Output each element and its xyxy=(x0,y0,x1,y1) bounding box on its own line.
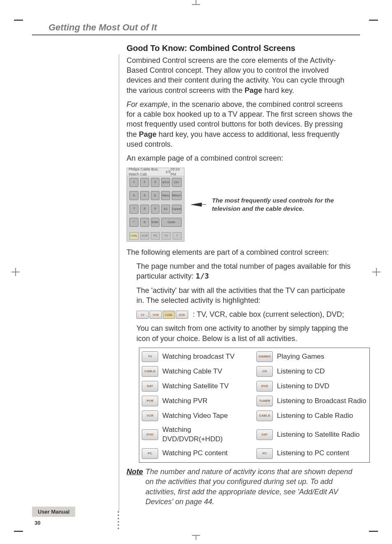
page-indicator-example: 1/3 xyxy=(196,272,209,280)
activity-row: CABLEListening to Cable Radio xyxy=(256,410,367,421)
e2-button: E2 xyxy=(161,205,170,214)
screenshot-activity-tabs: CABL VCR PC TV ? xyxy=(127,232,184,241)
screenshot-button-grid: 1 2 3 A/CH Ch+ 4 5 6 Menu Menu+ 7 8 9 E2… xyxy=(127,175,184,232)
text: hard key, you have access to additional,… xyxy=(127,130,339,148)
numpad-star: * xyxy=(129,218,138,227)
paragraph-example: For example, in the scenario above, the … xyxy=(127,99,353,149)
activity-row: PVRWatching PVR xyxy=(142,396,252,406)
dvd2-icon: DVD xyxy=(142,429,158,440)
numpad-1: 1 xyxy=(129,178,138,187)
crop-line xyxy=(369,20,378,21)
gutter-rule xyxy=(119,55,119,511)
crop-mark-bottom xyxy=(192,532,200,540)
for-example: For example xyxy=(127,100,168,108)
activity-row: PCWatching PC content xyxy=(142,448,252,459)
crop-cross xyxy=(12,268,20,276)
numpad-4: 4 xyxy=(129,191,138,200)
activity-label: Watching Video Tape xyxy=(162,411,228,421)
tab-tv: TV xyxy=(161,232,171,240)
cable-icon: CABLE xyxy=(142,366,158,377)
page-header-title: Getting the Most Out of It xyxy=(48,21,360,34)
header-rule xyxy=(32,35,360,35)
activity-row: VCRWatching Video Tape xyxy=(142,410,252,421)
paragraph-example-caption: An example page of a combined control sc… xyxy=(127,153,353,163)
activity-label: Watching Cable TV xyxy=(162,367,222,376)
activity-row: CDListening to CD xyxy=(256,366,367,377)
footer-manual-label: User Manual xyxy=(32,507,75,517)
screenshot-indicator: 1/3 xyxy=(165,169,171,174)
combined-control-screenshot: Philips Cable Box, Watch Cab 1/3 03:24 P… xyxy=(127,168,184,242)
cd-icon: CD xyxy=(256,366,273,377)
tab-cabl: CABL xyxy=(129,232,138,240)
activity-row: CABLEWatching Cable TV xyxy=(142,366,252,377)
crop-mark-top xyxy=(192,0,200,8)
dot-leader xyxy=(118,511,119,529)
activity-icon-dvd: DVD xyxy=(176,311,188,319)
activity-row: PCListening to PC content xyxy=(256,448,367,459)
activity-label: Listening to PC content xyxy=(277,449,349,458)
menu-plus: Menu+ xyxy=(172,191,182,200)
activity-label: Listening to Broadcast Radio xyxy=(277,396,366,406)
cancel-button: Cancel xyxy=(172,205,182,214)
activity-label: Listening to Satellite Radio xyxy=(277,430,360,440)
text: hard key. xyxy=(262,86,294,95)
activity-label: Watching Satellite TV xyxy=(162,382,229,391)
paragraph-intro: Combined Control screens are the core el… xyxy=(127,55,353,95)
vcr-icon: VCR xyxy=(142,410,158,421)
activity-label: Playing Games xyxy=(277,352,324,362)
tab-help: ? xyxy=(173,232,182,240)
page-key: Page xyxy=(139,130,157,138)
activity-label: Listening to Cable Radio xyxy=(277,411,353,421)
paragraph-elements-intro: The following elements are part of a com… xyxy=(127,247,353,257)
sat-icon: SAT xyxy=(142,381,158,392)
activity-row: DVDWatching DVD/DVDR(+HDD) xyxy=(142,425,252,444)
pvr-icon: PVR xyxy=(142,396,158,406)
activity-row: TUNERListening to Broadcast Radio xyxy=(256,396,367,406)
activity-icon-cabl-selected: CABL xyxy=(163,311,175,319)
sat-radio-icon: SAT xyxy=(256,429,273,440)
page-footer: User Manual 30 xyxy=(32,506,75,527)
activity-label: Listening to CD xyxy=(277,367,325,376)
pc-audio-icon: PC xyxy=(256,448,273,459)
arrow-left-icon xyxy=(190,203,202,207)
crop-line xyxy=(369,531,378,532)
pc-icon: PC xyxy=(142,448,158,459)
menu-button: Menu xyxy=(161,191,170,200)
numpad-3: 3 xyxy=(151,178,160,187)
crop-line xyxy=(14,531,23,532)
enter-button: Enter xyxy=(151,218,160,227)
arrow-line xyxy=(201,204,206,205)
section-heading: Good To Know: Combined Control Screens xyxy=(127,43,353,54)
tuner-icon: TUNER xyxy=(256,396,273,406)
numpad-6: 6 xyxy=(151,191,160,200)
activity-row: DVDListening to DVD xyxy=(256,381,367,392)
activity-label: Watching broadcast TV xyxy=(162,352,235,362)
ch-plus: Ch+ xyxy=(172,178,182,187)
tab-vcr: VCR xyxy=(140,232,149,240)
text: The page number and the total number of … xyxy=(136,262,350,280)
ach-button: A/CH xyxy=(161,178,170,187)
dvd-icon: DVD xyxy=(256,381,273,392)
page-key: Page xyxy=(244,86,262,95)
bullet-page-number: The page number and the total number of … xyxy=(136,261,353,281)
activity-row: SATListening to Satellite Radio xyxy=(256,425,367,444)
activity-label: Watching DVD/DVDR(+HDD) xyxy=(162,425,252,444)
activity-label: Listening to DVD xyxy=(277,382,330,391)
numpad-0: 0 xyxy=(140,218,149,227)
tv-icon: TV xyxy=(142,351,158,362)
tab-pc: PC xyxy=(151,232,160,240)
activity-label: Watching PVR xyxy=(162,396,208,406)
activities-table: TVWatching broadcast TV GAMESPlaying Gam… xyxy=(139,348,370,463)
activity-row: SATWatching Satellite TV xyxy=(142,381,252,392)
activity-icon-vcr: VCR xyxy=(150,311,162,319)
activity-row: TVWatching broadcast TV xyxy=(142,351,252,362)
activity-row: GAMESPlaying Games xyxy=(256,351,367,362)
numpad-7: 7 xyxy=(129,205,138,214)
numpad-5: 5 xyxy=(140,191,149,200)
numpad-2: 2 xyxy=(140,178,149,187)
numpad-8: 8 xyxy=(140,205,149,214)
footer-page-number: 30 xyxy=(35,519,75,527)
cable-radio-icon: CABLE xyxy=(256,410,273,421)
bullet-activity-bar: The 'activity' bar with all the activiti… xyxy=(136,286,353,306)
games-icon: GAMES xyxy=(256,351,273,362)
